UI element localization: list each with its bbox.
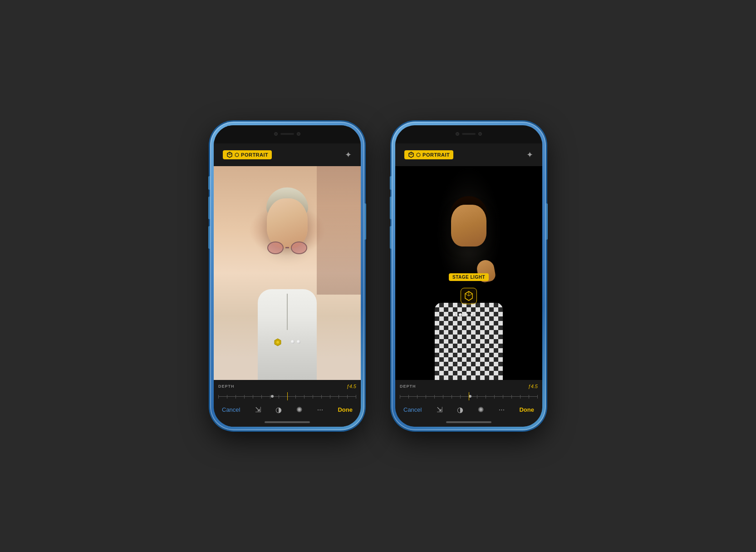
volume-down-button[interactable]	[208, 226, 210, 249]
power-button-right[interactable]	[546, 203, 548, 240]
slider-thumb-left[interactable]	[271, 395, 274, 398]
toolbar-right: Cancel ⇲ ◑ ✺ ··· Done	[400, 404, 538, 416]
camera-dot2-r	[478, 132, 482, 136]
tick	[529, 395, 529, 399]
aperture-right: ƒ4.5	[528, 384, 538, 389]
cube-stage-svg	[463, 291, 474, 301]
tick	[400, 395, 400, 399]
lens-left	[267, 242, 284, 254]
toolbar-left: Cancel ⇲ ◑ ✺ ··· Done	[218, 404, 356, 416]
cube-icon-right	[408, 152, 414, 158]
aperture-left: ƒ4.5	[347, 384, 356, 389]
tick	[227, 395, 227, 399]
tick	[511, 395, 512, 399]
tick	[477, 395, 477, 399]
tone-icon-right[interactable]: ◑	[457, 405, 463, 414]
hex-badge-icon	[274, 338, 282, 346]
home-bar-right	[446, 421, 491, 423]
home-indicator-right	[395, 418, 542, 427]
tick	[426, 395, 426, 399]
tick	[434, 395, 435, 399]
depth-label-left: DEPTH	[218, 384, 235, 389]
cancel-button-left[interactable]: Cancel	[222, 406, 240, 413]
crop-icon-right[interactable]: ⇲	[437, 405, 442, 414]
slider-yellow-line-left	[287, 392, 288, 400]
more-icon-left[interactable]: ···	[317, 406, 323, 414]
slider-track-right	[400, 396, 538, 397]
tick	[460, 395, 461, 399]
photo-area-right: STAGE LIGHT	[395, 166, 542, 380]
depth-row-right: DEPTH ƒ4.5	[400, 384, 538, 389]
tick	[279, 395, 279, 399]
pearl-shirt-4	[471, 313, 474, 316]
tick	[295, 395, 296, 399]
done-button-left[interactable]: Done	[338, 406, 353, 413]
tick	[236, 395, 236, 399]
tick	[304, 395, 304, 399]
crop-icon-left[interactable]: ⇲	[255, 405, 261, 414]
volume-up-button[interactable]	[208, 197, 210, 219]
bottom-controls-right: DEPTH ƒ4.5	[395, 380, 542, 418]
top-bar-left: ⬡ PORTRAIT ✦	[214, 143, 361, 166]
bottom-controls-left: DEPTH ƒ4.5	[214, 380, 361, 418]
tick	[452, 395, 452, 399]
mute-button[interactable]	[208, 176, 210, 190]
depth-slider-left[interactable]	[218, 392, 356, 401]
done-button-right[interactable]: Done	[519, 406, 534, 413]
lens-bridge	[285, 247, 289, 248]
phone-screen-left: ⬡ PORTRAIT ✦	[214, 125, 361, 427]
face-right	[451, 205, 486, 246]
tick	[494, 395, 495, 399]
power-button[interactable]	[364, 203, 366, 240]
camera-notch-left	[265, 129, 310, 139]
top-bar-right: ⬡ PORTRAIT ✦	[395, 143, 542, 166]
tone-icon-left[interactable]: ◑	[275, 405, 282, 414]
phone-left: ⬡ PORTRAIT ✦	[210, 122, 364, 430]
portrait-badge-left[interactable]: ⬡ PORTRAIT	[223, 150, 272, 159]
camera-notch-right	[446, 129, 491, 139]
pearl-shirt-1	[453, 313, 456, 316]
magic-wand-right[interactable]: ✦	[526, 150, 533, 160]
pearl-shirt-3	[465, 313, 468, 316]
tick	[330, 395, 330, 399]
svg-line-13	[465, 294, 469, 296]
mute-button-right[interactable]	[390, 176, 392, 190]
sunglasses	[267, 241, 307, 255]
magic-wand-left[interactable]: ✦	[345, 150, 352, 160]
depth-slider-right[interactable]	[400, 392, 538, 401]
screen-content-left: ⬡ PORTRAIT ✦	[214, 125, 361, 427]
pearl-1	[291, 340, 295, 344]
tick	[520, 395, 520, 399]
pearl-row-right	[453, 313, 474, 316]
more-icon-right[interactable]: ···	[499, 406, 505, 414]
volume-up-button-right[interactable]	[390, 197, 392, 219]
speaker-grille-r	[462, 133, 476, 135]
pearl-2	[297, 340, 300, 344]
camera-dot2	[297, 132, 300, 136]
zipper	[287, 294, 288, 330]
notch-right	[439, 125, 498, 138]
tick	[417, 395, 417, 399]
phone-shell-left: ⬡ PORTRAIT ✦	[210, 122, 364, 430]
body-left	[258, 289, 317, 380]
cancel-button-right[interactable]: Cancel	[403, 406, 422, 413]
phone-screen-right: ⬡ PORTRAIT ✦	[395, 125, 542, 427]
depth-row-left: DEPTH ƒ4.5	[218, 384, 356, 389]
tick	[244, 395, 245, 399]
pearl-dots-left	[291, 340, 300, 344]
portrait-text-right: ⬡ PORTRAIT	[416, 152, 450, 158]
volume-down-button-right[interactable]	[390, 226, 392, 249]
tick	[356, 395, 356, 399]
photo-right: STAGE LIGHT	[395, 166, 542, 380]
tick	[313, 395, 313, 399]
lens-right	[291, 242, 307, 254]
tick	[261, 395, 262, 399]
adjust-icon-left[interactable]: ✺	[296, 405, 302, 414]
depth-label-right: DEPTH	[400, 384, 416, 389]
tick	[270, 395, 270, 399]
tick	[347, 395, 348, 399]
portrait-badge-right[interactable]: ⬡ PORTRAIT	[404, 150, 453, 159]
tick	[408, 395, 409, 399]
wall-detail	[317, 166, 361, 295]
adjust-icon-right[interactable]: ✺	[478, 405, 484, 414]
